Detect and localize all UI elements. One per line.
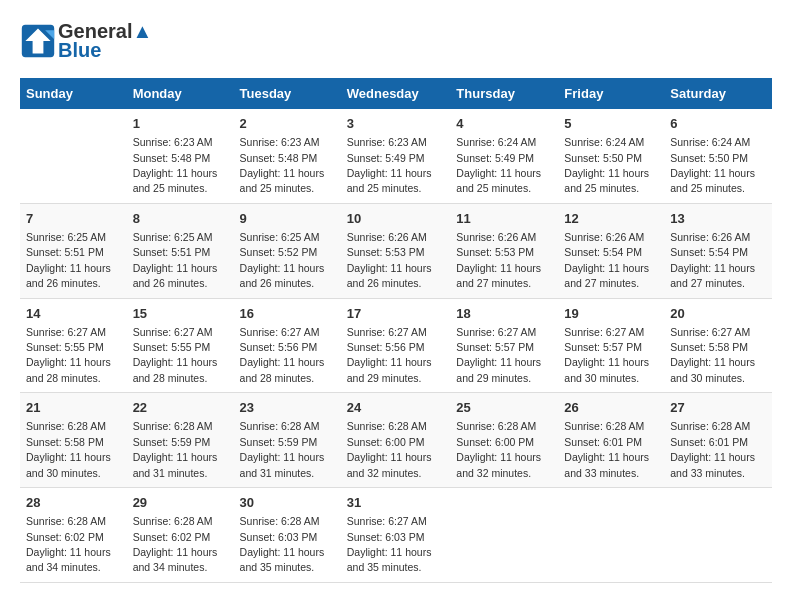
day-cell (450, 488, 558, 583)
sunset: Sunset: 6:03 PM (240, 531, 318, 543)
daylight: Daylight: 11 hours and 28 minutes. (133, 356, 218, 383)
sunset: Sunset: 5:48 PM (240, 152, 318, 164)
sunrise: Sunrise: 6:26 AM (347, 231, 427, 243)
sunrise: Sunrise: 6:23 AM (240, 136, 320, 148)
day-cell: 18Sunrise: 6:27 AMSunset: 5:57 PMDayligh… (450, 298, 558, 393)
sunset: Sunset: 5:59 PM (240, 436, 318, 448)
week-row-2: 7Sunrise: 6:25 AMSunset: 5:51 PMDaylight… (20, 203, 772, 298)
week-row-5: 28Sunrise: 6:28 AMSunset: 6:02 PMDayligh… (20, 488, 772, 583)
sunset: Sunset: 5:50 PM (564, 152, 642, 164)
sunset: Sunset: 6:01 PM (670, 436, 748, 448)
daylight: Daylight: 11 hours and 31 minutes. (240, 451, 325, 478)
sunrise: Sunrise: 6:24 AM (456, 136, 536, 148)
day-cell: 17Sunrise: 6:27 AMSunset: 5:56 PMDayligh… (341, 298, 451, 393)
day-cell: 9Sunrise: 6:25 AMSunset: 5:52 PMDaylight… (234, 203, 341, 298)
day-cell: 28Sunrise: 6:28 AMSunset: 6:02 PMDayligh… (20, 488, 127, 583)
sunrise: Sunrise: 6:23 AM (133, 136, 213, 148)
day-cell: 26Sunrise: 6:28 AMSunset: 6:01 PMDayligh… (558, 393, 664, 488)
daylight: Daylight: 11 hours and 33 minutes. (564, 451, 649, 478)
day-cell: 22Sunrise: 6:28 AMSunset: 5:59 PMDayligh… (127, 393, 234, 488)
sunset: Sunset: 5:50 PM (670, 152, 748, 164)
sunrise: Sunrise: 6:28 AM (26, 420, 106, 432)
sunrise: Sunrise: 6:25 AM (26, 231, 106, 243)
day-number: 24 (347, 399, 445, 417)
daylight: Daylight: 11 hours and 27 minutes. (564, 262, 649, 289)
day-cell: 1Sunrise: 6:23 AMSunset: 5:48 PMDaylight… (127, 109, 234, 203)
sunset: Sunset: 6:01 PM (564, 436, 642, 448)
sunset: Sunset: 5:58 PM (26, 436, 104, 448)
day-cell: 12Sunrise: 6:26 AMSunset: 5:54 PMDayligh… (558, 203, 664, 298)
day-cell: 4Sunrise: 6:24 AMSunset: 5:49 PMDaylight… (450, 109, 558, 203)
daylight: Daylight: 11 hours and 25 minutes. (133, 167, 218, 194)
day-number: 9 (240, 210, 335, 228)
day-number: 16 (240, 305, 335, 323)
day-cell: 11Sunrise: 6:26 AMSunset: 5:53 PMDayligh… (450, 203, 558, 298)
daylight: Daylight: 11 hours and 35 minutes. (240, 546, 325, 573)
day-cell: 5Sunrise: 6:24 AMSunset: 5:50 PMDaylight… (558, 109, 664, 203)
day-number: 13 (670, 210, 766, 228)
sunrise: Sunrise: 6:26 AM (670, 231, 750, 243)
sunrise: Sunrise: 6:28 AM (26, 515, 106, 527)
day-number: 2 (240, 115, 335, 133)
weekday-header-thursday: Thursday (450, 78, 558, 109)
sunset: Sunset: 6:03 PM (347, 531, 425, 543)
day-number: 19 (564, 305, 658, 323)
sunrise: Sunrise: 6:27 AM (240, 326, 320, 338)
day-number: 6 (670, 115, 766, 133)
sunrise: Sunrise: 6:25 AM (133, 231, 213, 243)
sunset: Sunset: 5:48 PM (133, 152, 211, 164)
weekday-header-saturday: Saturday (664, 78, 772, 109)
day-cell: 21Sunrise: 6:28 AMSunset: 5:58 PMDayligh… (20, 393, 127, 488)
day-number: 22 (133, 399, 228, 417)
day-cell: 29Sunrise: 6:28 AMSunset: 6:02 PMDayligh… (127, 488, 234, 583)
sunrise: Sunrise: 6:26 AM (456, 231, 536, 243)
sunrise: Sunrise: 6:28 AM (133, 515, 213, 527)
weekday-header-sunday: Sunday (20, 78, 127, 109)
week-row-1: 1Sunrise: 6:23 AMSunset: 5:48 PMDaylight… (20, 109, 772, 203)
day-number: 14 (26, 305, 121, 323)
sunrise: Sunrise: 6:28 AM (240, 420, 320, 432)
day-number: 11 (456, 210, 552, 228)
calendar-table: SundayMondayTuesdayWednesdayThursdayFrid… (20, 78, 772, 583)
logo-icon (20, 23, 56, 59)
day-number: 29 (133, 494, 228, 512)
week-row-4: 21Sunrise: 6:28 AMSunset: 5:58 PMDayligh… (20, 393, 772, 488)
daylight: Daylight: 11 hours and 26 minutes. (133, 262, 218, 289)
sunrise: Sunrise: 6:28 AM (133, 420, 213, 432)
sunrise: Sunrise: 6:27 AM (456, 326, 536, 338)
weekday-header-monday: Monday (127, 78, 234, 109)
daylight: Daylight: 11 hours and 25 minutes. (347, 167, 432, 194)
day-number: 12 (564, 210, 658, 228)
daylight: Daylight: 11 hours and 30 minutes. (26, 451, 111, 478)
day-cell (20, 109, 127, 203)
day-cell: 10Sunrise: 6:26 AMSunset: 5:53 PMDayligh… (341, 203, 451, 298)
day-cell: 25Sunrise: 6:28 AMSunset: 6:00 PMDayligh… (450, 393, 558, 488)
sunset: Sunset: 5:56 PM (347, 341, 425, 353)
day-number: 23 (240, 399, 335, 417)
day-number: 21 (26, 399, 121, 417)
sunrise: Sunrise: 6:27 AM (670, 326, 750, 338)
daylight: Daylight: 11 hours and 27 minutes. (456, 262, 541, 289)
day-number: 30 (240, 494, 335, 512)
sunrise: Sunrise: 6:28 AM (240, 515, 320, 527)
daylight: Daylight: 11 hours and 28 minutes. (240, 356, 325, 383)
weekday-header-row: SundayMondayTuesdayWednesdayThursdayFrid… (20, 78, 772, 109)
logo-text: General▲ Blue (58, 20, 152, 62)
sunset: Sunset: 5:51 PM (133, 246, 211, 258)
daylight: Daylight: 11 hours and 35 minutes. (347, 546, 432, 573)
daylight: Daylight: 11 hours and 25 minutes. (670, 167, 755, 194)
day-cell (558, 488, 664, 583)
day-number: 4 (456, 115, 552, 133)
sunset: Sunset: 5:56 PM (240, 341, 318, 353)
sunset: Sunset: 5:57 PM (564, 341, 642, 353)
weekday-header-tuesday: Tuesday (234, 78, 341, 109)
daylight: Daylight: 11 hours and 34 minutes. (26, 546, 111, 573)
day-cell: 3Sunrise: 6:23 AMSunset: 5:49 PMDaylight… (341, 109, 451, 203)
day-cell: 13Sunrise: 6:26 AMSunset: 5:54 PMDayligh… (664, 203, 772, 298)
day-number: 20 (670, 305, 766, 323)
sunrise: Sunrise: 6:27 AM (347, 326, 427, 338)
sunrise: Sunrise: 6:23 AM (347, 136, 427, 148)
day-number: 10 (347, 210, 445, 228)
day-number: 31 (347, 494, 445, 512)
sunset: Sunset: 5:58 PM (670, 341, 748, 353)
